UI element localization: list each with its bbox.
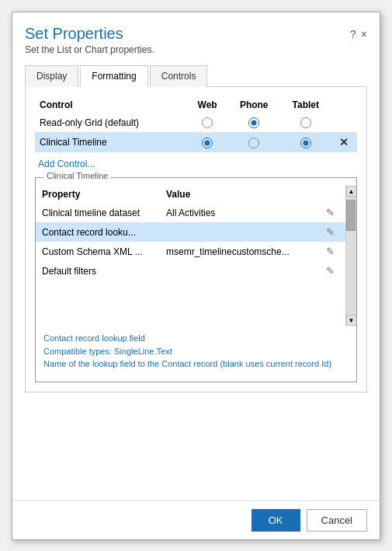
tab-formatting[interactable]: Formatting <box>80 65 147 87</box>
prop-name: Custom Schema XML ... <box>36 242 160 261</box>
prop-col-header-property: Property <box>36 186 160 203</box>
description-area: Contact record lookup field Compatible t… <box>36 326 356 374</box>
scroll-track <box>346 197 356 315</box>
tab-display[interactable]: Display <box>25 65 78 87</box>
scroll-down-arrow[interactable]: ▼ <box>346 315 357 326</box>
tab-bar: Display Formatting Controls <box>25 65 367 87</box>
add-control-link[interactable]: Add Control... <box>38 159 357 169</box>
tab-controls[interactable]: Controls <box>150 65 208 87</box>
col-header-delete <box>331 96 357 113</box>
radio-icon[interactable] <box>202 117 213 128</box>
prop-name: Contact record looku... <box>36 222 160 242</box>
prop-edit[interactable]: ✎ <box>320 261 345 281</box>
scroll-up-arrow[interactable]: ▲ <box>346 186 357 197</box>
radio-icon[interactable] <box>300 117 311 128</box>
dialog-subtitle: Set the List or Chart properties. <box>25 44 350 55</box>
dialog-header-icons: ? × <box>350 25 367 40</box>
description-line2: Compatible types: SingleLine.Text <box>43 345 349 358</box>
radio-tablet-1[interactable] <box>280 113 331 133</box>
prop-value <box>160 261 320 281</box>
dialog-title-area: Set Properties Set the List or Chart pro… <box>25 25 350 55</box>
dialog-title: Set Properties <box>25 25 350 43</box>
delete-cell-2[interactable]: ✕ <box>331 132 357 152</box>
prop-value: msemr_timelinecustomsche... <box>160 242 320 261</box>
ok-button[interactable]: OK <box>252 509 300 532</box>
dialog-header: Set Properties Set the List or Chart pro… <box>12 12 380 58</box>
delete-icon[interactable]: ✕ <box>339 136 349 148</box>
dialog-body: Display Formatting Controls Control Web … <box>12 58 380 500</box>
radio-icon[interactable] <box>248 117 259 128</box>
controls-table: Control Web Phone Tablet Read-only Grid … <box>35 96 357 153</box>
help-icon[interactable]: ? <box>350 28 356 40</box>
prop-value <box>160 222 320 242</box>
scroll-thumb[interactable] <box>346 200 356 231</box>
table-row: Clinical Timeline ✕ <box>35 132 357 152</box>
radio-phone-1[interactable] <box>227 113 280 133</box>
edit-icon[interactable]: ✎ <box>326 246 335 257</box>
control-name: Read-only Grid (default) <box>35 113 187 133</box>
col-header-tablet: Tablet <box>280 96 331 113</box>
scrollbar[interactable]: ▲ ▼ <box>345 186 356 326</box>
radio-web-2[interactable] <box>187 132 227 152</box>
table-row: Custom Schema XML ... msemr_timelinecust… <box>36 242 345 261</box>
col-header-control: Control <box>35 96 187 113</box>
table-row: Clinical timeline dataset All Activities… <box>36 203 345 222</box>
radio-phone-2[interactable] <box>227 132 280 152</box>
properties-area: Property Value Clinical timeline dataset… <box>36 186 356 326</box>
prop-edit[interactable]: ✎ <box>320 222 345 242</box>
radio-icon[interactable] <box>248 138 259 148</box>
table-row: Contact record looku... ✎ <box>36 222 345 242</box>
tab-content-formatting: Control Web Phone Tablet Read-only Grid … <box>25 87 367 392</box>
prop-edit[interactable]: ✎ <box>320 242 345 261</box>
section-box-clinical-timeline: Clinical Timeline Property Value <box>35 177 357 382</box>
prop-name: Clinical timeline dataset <box>36 203 160 222</box>
prop-col-header-edit <box>320 186 345 203</box>
table-row: Default filters ✎ <box>36 261 345 281</box>
control-name: Clinical Timeline <box>35 132 187 152</box>
prop-col-header-value: Value <box>160 186 320 203</box>
section-legend: Clinical Timeline <box>43 171 111 180</box>
delete-cell-1 <box>331 113 357 133</box>
radio-icon[interactable] <box>300 138 311 148</box>
radio-icon[interactable] <box>202 138 213 148</box>
edit-icon[interactable]: ✎ <box>326 226 335 238</box>
description-line1: Contact record lookup field <box>43 332 349 345</box>
prop-edit[interactable]: ✎ <box>320 203 345 222</box>
description-line3: Name of the lookup field to the Contact … <box>43 357 349 371</box>
prop-value: All Activities <box>160 203 320 222</box>
close-icon[interactable]: × <box>361 28 367 40</box>
col-header-web: Web <box>187 96 227 113</box>
radio-web-1[interactable] <box>187 113 227 133</box>
set-properties-dialog: Set Properties Set the List or Chart pro… <box>12 12 380 540</box>
edit-icon[interactable]: ✎ <box>326 265 335 277</box>
col-header-phone: Phone <box>227 96 280 113</box>
prop-name: Default filters <box>36 261 160 281</box>
edit-icon[interactable]: ✎ <box>326 207 335 218</box>
properties-table-wrap: Property Value Clinical timeline dataset… <box>36 186 345 326</box>
dialog-footer: OK Cancel <box>12 500 380 539</box>
properties-table: Property Value Clinical timeline dataset… <box>36 186 345 281</box>
radio-tablet-2[interactable] <box>280 132 331 152</box>
table-row: Read-only Grid (default) <box>35 113 357 133</box>
cancel-button[interactable]: Cancel <box>307 509 367 532</box>
